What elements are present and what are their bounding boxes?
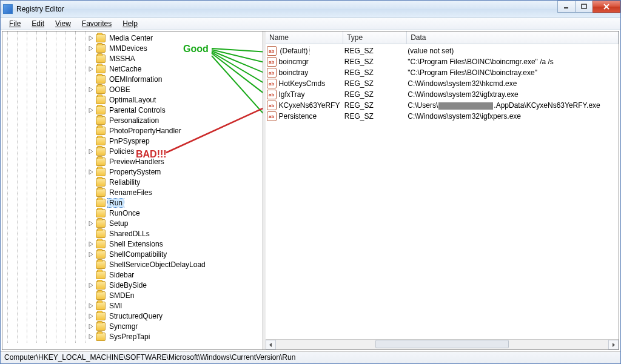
expand-icon[interactable] — [87, 148, 95, 155]
folder-icon — [96, 157, 106, 166]
no-expand-icon — [87, 199, 95, 207]
tree[interactable]: Media CenterMMDevicesMSSHANetCacheOEMInf… — [2, 31, 263, 343]
tree-item-label: Run — [108, 199, 124, 207]
tree-item[interactable]: OOBE — [4, 84, 263, 94]
registry-value-row[interactable]: abHotKeysCmdsREG_SZC:\Windows\system32\h… — [266, 78, 619, 89]
tree-item-label: MMDevices — [108, 44, 149, 53]
tree-item[interactable]: OptimalLayout — [4, 94, 263, 105]
folder-icon — [96, 199, 106, 207]
value-name: IgfxTray — [279, 90, 344, 99]
expand-icon[interactable] — [87, 333, 95, 340]
menu-edit[interactable]: Edit — [27, 18, 49, 29]
tree-item[interactable]: Policies — [4, 146, 263, 156]
registry-value-row[interactable]: abKCyxeNs63YeRFYREG_SZC:\Users\.AppData\… — [266, 100, 619, 111]
menu-file[interactable]: File — [4, 18, 25, 29]
tree-item[interactable]: SysPrepTapi — [4, 331, 263, 342]
scroll-thumb[interactable] — [375, 340, 508, 348]
svg-marker-11 — [89, 221, 93, 226]
folder-icon — [96, 333, 106, 341]
tree-item[interactable]: Sidebar — [4, 270, 263, 280]
menu-favorites[interactable]: Favorites — [77, 18, 116, 29]
tree-item[interactable]: Setup — [4, 218, 263, 228]
expand-icon[interactable] — [87, 168, 95, 176]
col-data[interactable]: Data — [407, 31, 619, 44]
maximize-button[interactable] — [575, 1, 593, 13]
tree-item[interactable]: Reliability — [4, 177, 263, 187]
svg-marker-8 — [89, 108, 93, 113]
tree-item[interactable]: Parental Controls — [4, 105, 263, 115]
expand-icon[interactable] — [87, 313, 95, 320]
tree-item[interactable]: NetCache — [4, 64, 263, 74]
string-value-icon: ab — [267, 57, 277, 67]
tree-item[interactable]: ShellServiceObjectDelayLoad — [4, 259, 263, 270]
tree-pane[interactable]: Media CenterMMDevicesMSSHANetCacheOEMInf… — [2, 31, 263, 349]
minimize-button[interactable] — [557, 1, 576, 13]
tree-item[interactable]: SMI — [4, 300, 263, 311]
tree-item[interactable]: StructuredQuery — [4, 311, 263, 321]
no-expand-icon — [87, 261, 95, 268]
tree-item[interactable]: PropertySystem — [4, 167, 263, 177]
value-name: KCyxeNs63YeRFY — [279, 101, 344, 110]
close-button[interactable] — [592, 1, 620, 13]
tree-item[interactable]: PnPSysprep — [4, 136, 263, 146]
folder-icon — [96, 240, 106, 248]
horizontal-scrollbar[interactable] — [266, 339, 619, 349]
value-name: HotKeysCmds — [279, 79, 344, 88]
tree-item[interactable]: Syncmgr — [4, 321, 263, 331]
tree-item[interactable]: Media Center — [4, 33, 263, 43]
tree-item[interactable]: ShellCompatibility — [4, 249, 263, 259]
tree-item[interactable]: RunOnce — [4, 208, 263, 218]
registry-value-row[interactable]: ab(Default)REG_SZ(value not set) — [266, 45, 619, 56]
expand-icon[interactable] — [87, 35, 95, 42]
folder-icon — [96, 219, 106, 228]
registry-value-row[interactable]: abboinctrayREG_SZ"C:\Program Files\BOINC… — [266, 67, 619, 78]
expand-icon[interactable] — [87, 323, 95, 330]
menu-help[interactable]: Help — [118, 18, 143, 29]
expand-icon[interactable] — [87, 45, 95, 52]
tree-item[interactable]: MMDevices — [4, 43, 263, 53]
expand-icon[interactable] — [87, 65, 95, 73]
scroll-track[interactable] — [276, 340, 608, 349]
tree-item[interactable]: Shell Extensions — [4, 239, 263, 249]
tree-item-label: StructuredQuery — [108, 312, 164, 320]
scroll-right-button[interactable] — [608, 340, 619, 349]
titlebar[interactable]: Registry Editor — [1, 1, 620, 18]
list-pane[interactable]: Name Type Data ab(Default)REG_SZ(value n… — [266, 31, 619, 349]
tree-item[interactable]: Personalization — [4, 115, 263, 125]
tree-item[interactable]: MSSHA — [4, 53, 263, 64]
expand-icon[interactable] — [87, 251, 95, 258]
list-header[interactable]: Name Type Data — [266, 31, 619, 44]
tree-item[interactable]: SharedDLLs — [4, 228, 263, 239]
svg-marker-9 — [89, 149, 93, 154]
tree-item[interactable]: Run — [4, 197, 263, 208]
registry-value-row[interactable]: abboincmgrREG_SZ"C:\Program Files\BOINC\… — [266, 56, 619, 67]
tree-item[interactable]: SideBySide — [4, 280, 263, 290]
tree-item[interactable]: OEMInformation — [4, 74, 263, 84]
expand-icon[interactable] — [87, 282, 95, 289]
scroll-left-button[interactable] — [266, 340, 276, 349]
value-data: "C:\Program Files\BOINC\boincmgr.exe" /a… — [408, 58, 619, 66]
tree-item-label: Sidebar — [108, 271, 135, 279]
list-body[interactable]: ab(Default)REG_SZ(value not set)abboincm… — [266, 44, 619, 123]
expand-icon[interactable] — [87, 220, 95, 227]
expand-icon[interactable] — [87, 240, 95, 248]
expand-icon[interactable] — [87, 302, 95, 309]
value-data: C:\Windows\system32\hkcmd.exe — [408, 79, 619, 88]
col-name[interactable]: Name — [266, 31, 343, 44]
tree-item-label: Shell Extensions — [108, 240, 164, 248]
folder-icon — [96, 75, 106, 84]
menu-view[interactable]: View — [50, 18, 76, 29]
tree-item[interactable]: RenameFiles — [4, 187, 263, 197]
tree-item[interactable]: PhotoPropertyHandler — [4, 125, 263, 136]
no-expand-icon — [87, 55, 95, 62]
registry-value-row[interactable]: abPersistenceREG_SZC:\Windows\system32\i… — [266, 111, 619, 122]
col-type[interactable]: Type — [343, 31, 407, 44]
folder-icon — [96, 302, 106, 310]
tree-item[interactable]: SMDEn — [4, 290, 263, 300]
expand-icon[interactable] — [87, 86, 95, 93]
tree-item-label: OOBE — [108, 85, 132, 94]
registry-value-row[interactable]: abIgfxTrayREG_SZC:\Windows\system32\igfx… — [266, 89, 619, 100]
tree-item[interactable]: PreviewHandlers — [4, 156, 263, 167]
no-expand-icon — [87, 271, 95, 279]
expand-icon[interactable] — [87, 107, 95, 114]
